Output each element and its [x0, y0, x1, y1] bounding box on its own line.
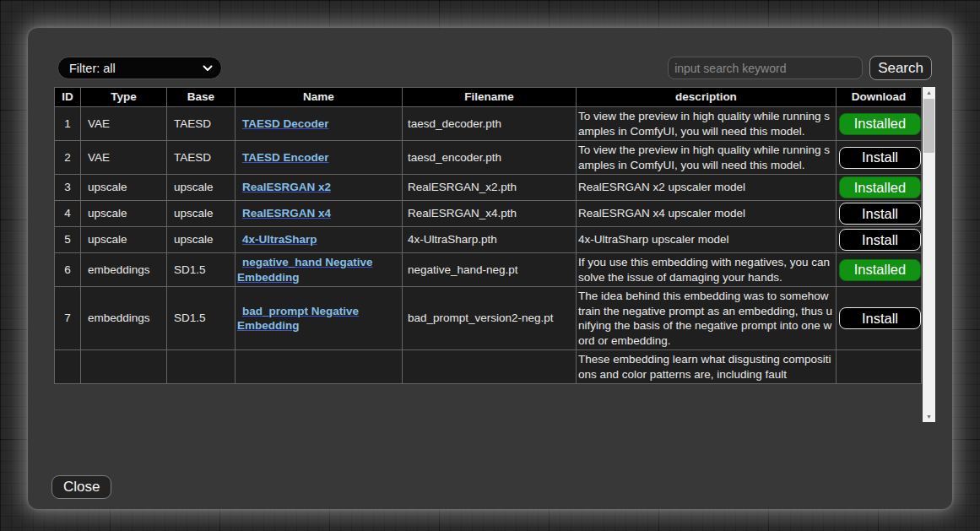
cell-base: upscale: [167, 175, 236, 201]
table-row: These embedding learn what disgusting co…: [55, 350, 922, 384]
cell-type: embeddings: [81, 253, 167, 287]
install-button[interactable]: Install: [839, 229, 921, 251]
cell-filename: taesd_decoder.pth: [403, 107, 577, 141]
scrollbar-down-arrow-icon[interactable]: ▼: [923, 411, 935, 422]
column-header-download: Download: [837, 88, 922, 107]
cell-filename: RealESRGAN_x4.pth: [403, 201, 577, 227]
models-table: IDTypeBaseNameFilenamedescriptionDownloa…: [54, 87, 922, 384]
cell-download: Install: [837, 141, 922, 175]
cell-base: upscale: [167, 201, 236, 227]
cell-base: SD1.5: [167, 287, 236, 350]
install-button[interactable]: Install: [839, 307, 921, 329]
cell-id: 4: [55, 201, 81, 227]
install-button[interactable]: Install: [839, 147, 921, 169]
cell-id: 1: [55, 107, 81, 141]
model-name-link[interactable]: TAESD Encoder: [242, 151, 329, 164]
cell-description: The idea behind this embedding was to so…: [577, 287, 837, 350]
model-name-link[interactable]: 4x-UltraSharp: [242, 233, 317, 246]
cell-type: upscale: [81, 175, 167, 201]
cell-filename: [403, 350, 577, 384]
cell-id: 6: [55, 253, 81, 287]
cell-id: 5: [55, 227, 81, 253]
search-button[interactable]: Search: [869, 56, 932, 80]
scrollbar-up-arrow-icon[interactable]: ▲: [923, 87, 935, 98]
column-header-filename: Filename: [403, 88, 577, 107]
model-name-link[interactable]: negative_hand Negative Embedding: [237, 256, 373, 284]
model-name-link[interactable]: RealESRGAN x4: [242, 207, 331, 219]
cell-id: 7: [55, 287, 81, 350]
cell-download: Installed: [837, 175, 922, 201]
cell-id: 2: [55, 141, 81, 175]
cell-download: Installed: [837, 253, 922, 287]
cell-description: RealESRGAN x4 upscaler model: [577, 201, 837, 227]
install-button[interactable]: Install: [839, 203, 921, 225]
model-name-link[interactable]: RealESRGAN x2: [242, 181, 331, 193]
cell-filename: taesd_encoder.pth: [403, 141, 577, 175]
cell-download: Install: [837, 201, 922, 227]
model-name-link[interactable]: bad_prompt Negative Embedding: [237, 305, 359, 333]
cell-type: [81, 350, 167, 384]
search-bar: Search: [668, 56, 932, 80]
cell-name: negative_hand Negative Embedding: [236, 253, 403, 287]
cell-base: TAESD: [167, 107, 236, 141]
cell-id: [55, 350, 81, 384]
column-header-type: Type: [81, 88, 167, 107]
table-row: 7embeddingsSD1.5bad_prompt Negative Embe…: [55, 287, 922, 350]
filter-select[interactable]: Filter: all: [57, 57, 222, 79]
column-header-description: description: [577, 88, 837, 107]
cell-name: 4x-UltraSharp: [236, 227, 403, 253]
cell-base: TAESD: [167, 141, 236, 175]
column-header-id: ID: [55, 88, 81, 107]
cell-type: VAE: [81, 141, 167, 175]
cell-description: These embedding learn what disgusting co…: [577, 350, 837, 384]
cell-name: RealESRGAN x4: [236, 201, 403, 227]
cell-download: Installed: [837, 107, 922, 141]
table-row: 6embeddingsSD1.5negative_hand Negative E…: [55, 253, 922, 287]
installed-button[interactable]: Installed: [839, 259, 921, 281]
installed-button[interactable]: Installed: [839, 113, 921, 135]
cell-base: [167, 350, 236, 384]
cell-download: [837, 350, 922, 384]
table-row: 1VAETAESDTAESD Decodertaesd_decoder.pthT…: [55, 107, 922, 141]
table-header-row: IDTypeBaseNameFilenamedescriptionDownloa…: [55, 88, 922, 107]
column-header-name: Name: [236, 88, 403, 107]
table-row: 5upscaleupscale4x-UltraSharp4x-UltraShar…: [55, 227, 922, 253]
scrollbar-thumb[interactable]: [923, 99, 934, 153]
cell-filename: negative_hand-neg.pt: [403, 253, 577, 287]
table-row: 2VAETAESDTAESD Encodertaesd_encoder.pthT…: [55, 141, 922, 175]
table-row: 3upscaleupscaleRealESRGAN x2RealESRGAN_x…: [55, 175, 922, 201]
filter-select-value: Filter: all: [69, 62, 116, 75]
models-table-container: IDTypeBaseNameFilenamedescriptionDownloa…: [54, 87, 935, 422]
cell-type: upscale: [81, 227, 167, 253]
cell-description: To view the preview in high quality whil…: [577, 107, 837, 141]
installed-button[interactable]: Installed: [839, 176, 921, 198]
cell-description: If you use this embedding with negatives…: [577, 253, 837, 287]
cell-download: Install: [837, 227, 922, 253]
cell-base: SD1.5: [167, 253, 236, 287]
close-button[interactable]: Close: [51, 475, 111, 499]
cell-name: bad_prompt Negative Embedding: [236, 287, 403, 350]
cell-name: TAESD Encoder: [236, 141, 403, 175]
table-scrollbar[interactable]: ▲ ▼: [923, 87, 935, 422]
cell-filename: 4x-UltraSharp.pth: [403, 227, 577, 253]
cell-name: RealESRGAN x2: [236, 175, 403, 201]
search-input[interactable]: [668, 57, 863, 79]
cell-type: VAE: [81, 107, 167, 141]
cell-base: upscale: [167, 227, 236, 253]
column-header-base: Base: [167, 88, 236, 107]
cell-description: 4x-UltraSharp upscaler model: [577, 227, 837, 253]
table-row: 4upscaleupscaleRealESRGAN x4RealESRGAN_x…: [55, 201, 922, 227]
cell-filename: bad_prompt_version2-neg.pt: [403, 287, 577, 350]
cell-id: 3: [55, 175, 81, 201]
chevron-down-icon: [203, 65, 213, 72]
cell-description: RealESRGAN x2 upscaler model: [577, 175, 837, 201]
cell-name: TAESD Decoder: [236, 107, 403, 141]
cell-filename: RealESRGAN_x2.pth: [403, 175, 577, 201]
cell-name: [236, 350, 403, 384]
cell-type: embeddings: [81, 287, 167, 350]
install-models-dialog: Filter: all Search IDTypeBaseNameFilenam…: [28, 28, 952, 509]
model-name-link[interactable]: TAESD Decoder: [242, 117, 329, 130]
cell-download: Install: [837, 287, 922, 350]
cell-description: To view the preview in high quality whil…: [577, 141, 837, 175]
cell-type: upscale: [81, 201, 167, 227]
